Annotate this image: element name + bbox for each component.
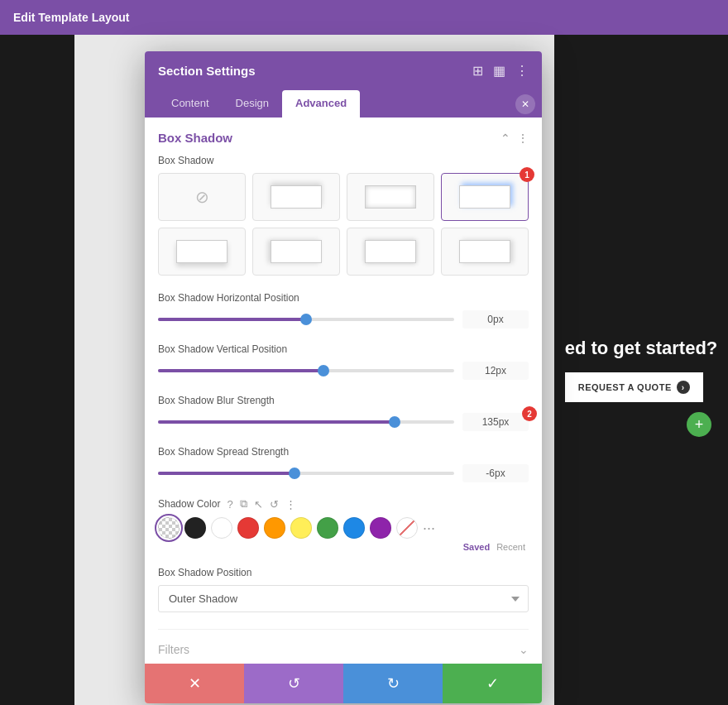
slider-horizontal-input[interactable] bbox=[462, 310, 529, 329]
color-swatch-red[interactable] bbox=[237, 517, 259, 539]
confirm-button[interactable]: ✓ bbox=[443, 664, 542, 703]
shadow-subsection-label: Box Shadow bbox=[158, 155, 529, 166]
slider-vertical-fill bbox=[158, 369, 323, 372]
tab-advanced[interactable]: Advanced bbox=[282, 90, 360, 118]
slider-spread-input[interactable] bbox=[462, 464, 529, 482]
section-header-actions: ⌃ ⋮ bbox=[500, 132, 529, 145]
filters-header[interactable]: Filters ⌄ bbox=[158, 643, 529, 656]
shadow-preview-right bbox=[459, 240, 510, 263]
canvas: ed to get started? REQUEST A QUOTE › + S… bbox=[0, 35, 728, 705]
box-shadow-title: Box Shadow bbox=[158, 131, 232, 145]
color-swatch-green[interactable] bbox=[317, 517, 338, 539]
modal-header: Section Settings ⊞ ▦ ⋮ bbox=[145, 51, 542, 90]
redo-button[interactable]: ↻ bbox=[343, 664, 443, 703]
color-label: Shadow Color bbox=[158, 498, 220, 510]
columns-icon[interactable]: ▦ bbox=[493, 63, 505, 79]
more-icon[interactable]: ⋮ bbox=[515, 63, 529, 79]
shadow-option-bottom[interactable] bbox=[158, 228, 246, 276]
more-color-icon[interactable]: ⋮ bbox=[285, 498, 296, 511]
recent-button[interactable]: Recent bbox=[496, 542, 525, 552]
color-swatch-white[interactable] bbox=[211, 517, 232, 539]
shadow-preview-top bbox=[271, 185, 322, 209]
slider-spread-track[interactable] bbox=[158, 472, 454, 475]
modal-header-actions: ⊞ ▦ ⋮ bbox=[472, 63, 529, 79]
reset-color-icon[interactable]: ↺ bbox=[270, 498, 279, 511]
color-swatch-transparent[interactable] bbox=[158, 517, 180, 539]
color-label-row: Shadow Color ? ⧉ ↖ ↺ ⋮ bbox=[158, 497, 529, 511]
copy-color-icon[interactable]: ⧉ bbox=[240, 497, 247, 511]
slider-spread: Box Shadow Spread Strength bbox=[158, 446, 529, 482]
saved-button[interactable]: Saved bbox=[463, 542, 490, 552]
slider-spread-fill bbox=[158, 472, 295, 475]
slider-blur-track[interactable] bbox=[158, 420, 454, 424]
arrow-icon: › bbox=[677, 381, 690, 394]
slider-vertical-track[interactable] bbox=[158, 369, 454, 372]
color-swatch-strikethrough[interactable] bbox=[396, 517, 418, 539]
undo-button[interactable]: ↺ bbox=[244, 664, 343, 703]
slider-horizontal-label: Box Shadow Horizontal Position bbox=[158, 292, 529, 304]
modal-body: Box Shadow ⌃ ⋮ Box Shadow ⊘ bbox=[145, 118, 542, 664]
color-swatch-purple[interactable] bbox=[370, 517, 391, 539]
color-swatches-row: ··· bbox=[158, 517, 529, 539]
box-shadow-section-header: Box Shadow ⌃ ⋮ bbox=[158, 131, 529, 145]
slider-blur-control: 2 bbox=[158, 413, 529, 431]
canvas-headline: ed to get started? bbox=[565, 338, 718, 359]
shadow-option-all[interactable] bbox=[347, 228, 434, 276]
filters-section: Filters ⌄ bbox=[158, 629, 529, 656]
shadow-option-right[interactable] bbox=[441, 228, 529, 276]
section-more-icon[interactable]: ⋮ bbox=[517, 132, 529, 145]
canvas-content: ed to get started? REQUEST A QUOTE › bbox=[565, 338, 718, 402]
shadow-position-select[interactable]: Outer Shadow Inner Shadow bbox=[158, 585, 529, 612]
tabs-bar: Content Design Advanced ✕ bbox=[145, 90, 542, 118]
section-settings-modal: Section Settings ⊞ ▦ ⋮ Content Design Ad… bbox=[145, 51, 542, 703]
add-section-button[interactable]: + bbox=[687, 412, 711, 437]
saved-recent-row: Saved Recent bbox=[158, 542, 529, 552]
slider-horizontal-control bbox=[158, 310, 529, 329]
slider-vertical-label: Box Shadow Vertical Position bbox=[158, 343, 529, 355]
more-colors-button[interactable]: ··· bbox=[423, 520, 435, 537]
shadow-preview-right-top bbox=[459, 185, 510, 209]
slider-vertical-thumb[interactable] bbox=[318, 365, 329, 376]
top-bar: Edit Template Layout bbox=[0, 0, 728, 35]
filters-chevron-icon: ⌄ bbox=[519, 643, 529, 656]
slider-horizontal-thumb[interactable] bbox=[300, 314, 312, 325]
slider-blur-thumb[interactable] bbox=[389, 416, 400, 428]
redo-icon: ↻ bbox=[387, 674, 400, 693]
slider-blur-fill bbox=[158, 420, 395, 424]
color-swatch-blue[interactable] bbox=[343, 517, 365, 539]
shadow-option-right-top[interactable]: 1 bbox=[441, 173, 529, 221]
slider-spread-thumb[interactable] bbox=[289, 468, 300, 479]
close-modal-button[interactable]: ✕ bbox=[515, 94, 535, 114]
slider-vertical-input[interactable] bbox=[462, 362, 529, 380]
cancel-icon: ✕ bbox=[189, 674, 201, 693]
slider-blur-value-container: 2 bbox=[462, 413, 529, 431]
shadow-option-inner[interactable] bbox=[347, 173, 434, 221]
collapse-icon[interactable]: ⌃ bbox=[500, 132, 510, 145]
cursor-icon[interactable]: ↖ bbox=[254, 498, 263, 511]
slider-horizontal-track[interactable] bbox=[158, 318, 454, 321]
tab-design[interactable]: Design bbox=[223, 90, 282, 118]
color-swatch-orange[interactable] bbox=[264, 517, 285, 539]
bottom-bar: ✕ ↺ ↻ ✓ bbox=[145, 664, 542, 703]
request-quote-label: REQUEST A QUOTE bbox=[578, 382, 672, 392]
color-swatch-yellow[interactable] bbox=[290, 517, 312, 539]
request-quote-button[interactable]: REQUEST A QUOTE › bbox=[565, 372, 703, 402]
shadow-option-left[interactable] bbox=[252, 228, 340, 276]
slider-vertical: Box Shadow Vertical Position bbox=[158, 343, 529, 380]
color-swatch-black[interactable] bbox=[184, 517, 206, 539]
canvas-right-area: ed to get started? REQUEST A QUOTE › + bbox=[554, 35, 728, 705]
tab-content[interactable]: Content bbox=[158, 90, 223, 118]
cancel-button[interactable]: ✕ bbox=[145, 664, 244, 703]
slider-blur-label: Box Shadow Blur Strength bbox=[158, 395, 529, 406]
slider-blur-input[interactable] bbox=[462, 413, 529, 431]
shadow-preview-left bbox=[271, 240, 322, 263]
no-shadow-icon: ⊘ bbox=[195, 187, 209, 207]
filters-title: Filters bbox=[158, 643, 189, 656]
shadow-preview-all bbox=[365, 240, 416, 263]
shadow-option-none[interactable]: ⊘ bbox=[158, 173, 246, 221]
shadow-option-top[interactable] bbox=[252, 173, 340, 221]
maximize-icon[interactable]: ⊞ bbox=[472, 63, 483, 79]
shadow-options-grid: ⊘ 1 bbox=[158, 173, 529, 276]
slider-blur: Box Shadow Blur Strength 2 bbox=[158, 395, 529, 431]
help-icon[interactable]: ? bbox=[227, 498, 232, 511]
